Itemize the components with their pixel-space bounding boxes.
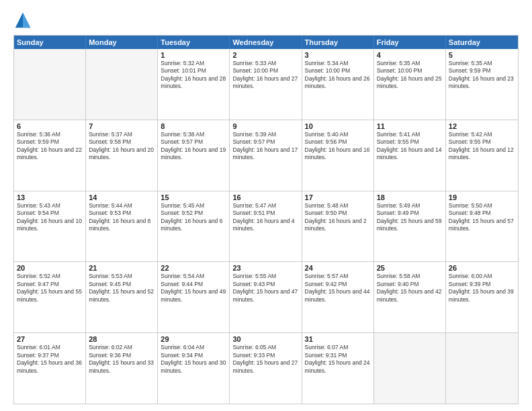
day-cell-16: 16Sunrise: 5:47 AMSunset: 9:51 PMDayligh… <box>230 191 302 262</box>
day-number: 20 <box>17 264 83 272</box>
day-cell-15: 15Sunrise: 5:45 AMSunset: 9:52 PMDayligh… <box>158 191 230 262</box>
cell-info: Sunrise: 5:53 AMSunset: 9:45 PMDaylight:… <box>89 273 154 304</box>
day-number: 21 <box>89 264 154 272</box>
cell-info: Sunrise: 6:05 AMSunset: 9:33 PMDaylight:… <box>232 344 298 375</box>
cell-info: Sunrise: 5:38 AMSunset: 9:57 PMDaylight:… <box>161 131 226 162</box>
svg-marker-1 <box>23 13 30 28</box>
day-number: 11 <box>377 122 443 130</box>
day-number: 9 <box>232 122 298 130</box>
day-cell-21: 21Sunrise: 5:53 AMSunset: 9:45 PMDayligh… <box>86 262 158 332</box>
cell-info: Sunrise: 5:35 AMSunset: 9:59 PMDaylight:… <box>449 60 515 91</box>
cell-info: Sunrise: 5:36 AMSunset: 9:59 PMDaylight:… <box>17 131 83 162</box>
day-number: 2 <box>232 51 298 59</box>
day-cell-4: 4Sunrise: 5:35 AMSunset: 10:00 PMDayligh… <box>374 49 446 120</box>
day-cell-27: 27Sunrise: 6:01 AMSunset: 9:37 PMDayligh… <box>14 333 86 404</box>
day-number: 13 <box>17 193 83 201</box>
empty-cell <box>86 49 158 120</box>
day-number: 16 <box>232 193 298 201</box>
cell-info: Sunrise: 5:45 AMSunset: 9:52 PMDaylight:… <box>161 202 226 233</box>
day-number: 25 <box>377 264 443 272</box>
cell-info: Sunrise: 5:43 AMSunset: 9:54 PMDaylight:… <box>17 202 83 233</box>
day-cell-8: 8Sunrise: 5:38 AMSunset: 9:57 PMDaylight… <box>158 120 230 191</box>
day-header-wednesday: Wednesday <box>230 36 302 49</box>
day-number: 18 <box>377 193 443 201</box>
day-header-monday: Monday <box>86 36 158 49</box>
calendar-row-3: 13Sunrise: 5:43 AMSunset: 9:54 PMDayligh… <box>14 191 518 262</box>
day-cell-5: 5Sunrise: 5:35 AMSunset: 9:59 PMDaylight… <box>446 49 518 120</box>
cell-info: Sunrise: 5:50 AMSunset: 9:48 PMDaylight:… <box>449 202 515 233</box>
day-number: 31 <box>305 335 371 343</box>
calendar-row-4: 20Sunrise: 5:52 AMSunset: 9:47 PMDayligh… <box>14 261 518 332</box>
calendar-row-5: 27Sunrise: 6:01 AMSunset: 9:37 PMDayligh… <box>14 332 518 404</box>
day-cell-11: 11Sunrise: 5:41 AMSunset: 9:55 PMDayligh… <box>374 120 446 191</box>
cell-info: Sunrise: 6:00 AMSunset: 9:39 PMDaylight:… <box>449 273 515 304</box>
calendar-header: SundayMondayTuesdayWednesdayThursdayFrid… <box>14 36 518 49</box>
calendar-row-1: 1Sunrise: 5:32 AMSunset: 10:01 PMDayligh… <box>14 49 518 120</box>
cell-info: Sunrise: 5:47 AMSunset: 9:51 PMDaylight:… <box>232 202 298 233</box>
day-cell-17: 17Sunrise: 5:48 AMSunset: 9:50 PMDayligh… <box>302 191 374 262</box>
day-cell-9: 9Sunrise: 5:39 AMSunset: 9:57 PMDaylight… <box>230 120 302 191</box>
page: SundayMondayTuesdayWednesdayThursdayFrid… <box>0 0 532 411</box>
day-number: 26 <box>449 264 515 272</box>
header <box>13 11 519 30</box>
day-cell-25: 25Sunrise: 5:58 AMSunset: 9:40 PMDayligh… <box>374 262 446 332</box>
day-cell-31: 31Sunrise: 6:07 AMSunset: 9:31 PMDayligh… <box>302 333 374 404</box>
day-number: 15 <box>161 193 226 201</box>
day-cell-14: 14Sunrise: 5:44 AMSunset: 9:53 PMDayligh… <box>86 191 158 262</box>
cell-info: Sunrise: 5:48 AMSunset: 9:50 PMDaylight:… <box>305 202 371 233</box>
cell-info: Sunrise: 5:33 AMSunset: 10:00 PMDaylight… <box>232 60 298 91</box>
day-cell-12: 12Sunrise: 5:42 AMSunset: 9:55 PMDayligh… <box>446 120 518 191</box>
day-number: 23 <box>232 264 298 272</box>
cell-info: Sunrise: 6:01 AMSunset: 9:37 PMDaylight:… <box>17 344 83 375</box>
day-cell-26: 26Sunrise: 6:00 AMSunset: 9:39 PMDayligh… <box>446 262 518 332</box>
day-header-thursday: Thursday <box>302 36 374 49</box>
day-number: 12 <box>449 122 515 130</box>
day-cell-1: 1Sunrise: 5:32 AMSunset: 10:01 PMDayligh… <box>158 49 230 120</box>
day-number: 24 <box>305 264 371 272</box>
cell-info: Sunrise: 5:54 AMSunset: 9:44 PMDaylight:… <box>161 273 226 304</box>
day-number: 5 <box>449 51 515 59</box>
cell-info: Sunrise: 6:04 AMSunset: 9:34 PMDaylight:… <box>161 344 226 375</box>
day-number: 10 <box>305 122 371 130</box>
cell-info: Sunrise: 5:32 AMSunset: 10:01 PMDaylight… <box>161 60 226 91</box>
day-cell-2: 2Sunrise: 5:33 AMSunset: 10:00 PMDayligh… <box>230 49 302 120</box>
day-header-sunday: Sunday <box>14 36 86 49</box>
logo <box>13 11 35 30</box>
cell-info: Sunrise: 6:02 AMSunset: 9:36 PMDaylight:… <box>89 344 154 375</box>
day-number: 7 <box>89 122 154 130</box>
cell-info: Sunrise: 5:35 AMSunset: 10:00 PMDaylight… <box>377 60 443 91</box>
day-number: 28 <box>89 335 154 343</box>
cell-info: Sunrise: 5:57 AMSunset: 9:42 PMDaylight:… <box>305 273 371 304</box>
day-cell-28: 28Sunrise: 6:02 AMSunset: 9:36 PMDayligh… <box>86 333 158 404</box>
cell-info: Sunrise: 5:42 AMSunset: 9:55 PMDaylight:… <box>449 131 515 162</box>
day-number: 3 <box>305 51 371 59</box>
day-cell-3: 3Sunrise: 5:34 AMSunset: 10:00 PMDayligh… <box>302 49 374 120</box>
day-cell-22: 22Sunrise: 5:54 AMSunset: 9:44 PMDayligh… <box>158 262 230 332</box>
cell-info: Sunrise: 5:49 AMSunset: 9:49 PMDaylight:… <box>377 202 443 233</box>
cell-info: Sunrise: 5:52 AMSunset: 9:47 PMDaylight:… <box>17 273 83 304</box>
day-number: 27 <box>17 335 83 343</box>
empty-cell <box>14 49 86 120</box>
day-number: 17 <box>305 193 371 201</box>
cell-info: Sunrise: 5:37 AMSunset: 9:58 PMDaylight:… <box>89 131 154 162</box>
day-number: 1 <box>161 51 226 59</box>
calendar: SundayMondayTuesdayWednesdayThursdayFrid… <box>13 35 519 404</box>
day-cell-10: 10Sunrise: 5:40 AMSunset: 9:56 PMDayligh… <box>302 120 374 191</box>
day-number: 29 <box>161 335 226 343</box>
day-header-saturday: Saturday <box>446 36 518 49</box>
cell-info: Sunrise: 5:55 AMSunset: 9:43 PMDaylight:… <box>232 273 298 304</box>
cell-info: Sunrise: 5:34 AMSunset: 10:00 PMDaylight… <box>305 60 371 91</box>
day-cell-19: 19Sunrise: 5:50 AMSunset: 9:48 PMDayligh… <box>446 191 518 262</box>
day-header-tuesday: Tuesday <box>158 36 230 49</box>
day-number: 14 <box>89 193 154 201</box>
day-header-friday: Friday <box>374 36 446 49</box>
calendar-body: 1Sunrise: 5:32 AMSunset: 10:01 PMDayligh… <box>14 49 518 404</box>
cell-info: Sunrise: 5:44 AMSunset: 9:53 PMDaylight:… <box>89 202 154 233</box>
day-number: 4 <box>377 51 443 59</box>
day-number: 6 <box>17 122 83 130</box>
cell-info: Sunrise: 5:58 AMSunset: 9:40 PMDaylight:… <box>377 273 443 304</box>
day-number: 30 <box>232 335 298 343</box>
day-cell-13: 13Sunrise: 5:43 AMSunset: 9:54 PMDayligh… <box>14 191 86 262</box>
empty-cell <box>374 333 446 404</box>
cell-info: Sunrise: 5:41 AMSunset: 9:55 PMDaylight:… <box>377 131 443 162</box>
